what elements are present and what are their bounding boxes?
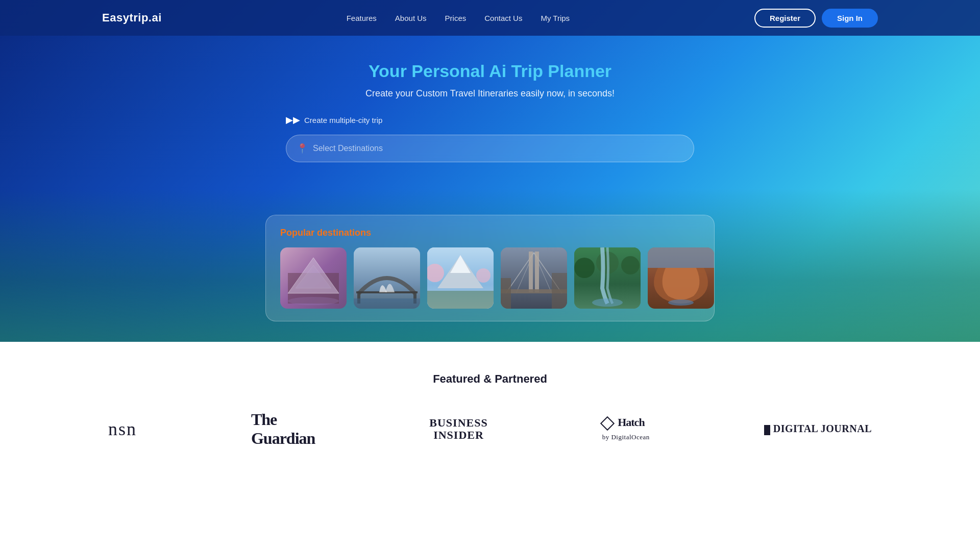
search-placeholder: Select Destinations: [313, 144, 383, 153]
paris-image: [280, 247, 347, 309]
logo-digital-journal: DIGITAL JOURNAL: [764, 423, 872, 435]
hero-subtitle: Create your Custom Travel Itineraries ea…: [365, 88, 615, 99]
multiple-city-row: ▶▶ Create multiple-city trip: [286, 114, 382, 126]
nav-prices[interactable]: Prices: [445, 14, 467, 22]
destination-waterfall[interactable]: [574, 247, 641, 309]
svg-rect-32: [648, 247, 714, 268]
hero-section: Your Personal Ai Trip Planner Create you…: [0, 0, 980, 342]
nav-contact[interactable]: Contact Us: [484, 14, 522, 22]
svg-rect-21: [529, 252, 533, 292]
svg-point-27: [574, 258, 595, 278]
featured-title: Featured & Partnered: [51, 372, 929, 386]
search-container: 📍 Select Destinations: [286, 135, 694, 162]
destination-paris[interactable]: [280, 247, 347, 309]
svg-point-28: [621, 256, 640, 274]
svg-rect-22: [535, 252, 539, 292]
waterfall-image: [574, 247, 641, 309]
site-logo[interactable]: Easytrip.ai: [102, 11, 162, 24]
svg-point-30: [592, 298, 623, 307]
destinations-grid: [280, 247, 700, 309]
signin-button[interactable]: Sign In: [822, 9, 878, 28]
destination-newyork[interactable]: [501, 247, 567, 309]
navbar: Easytrip.ai Features About Us Prices Con…: [0, 0, 980, 36]
featured-section: Featured & Partnered nsn TheGuardian BUS…: [0, 342, 980, 479]
logo-business-insider: BUSINESSINSIDER: [429, 417, 487, 441]
pin-icon: 📍: [297, 143, 308, 154]
svg-point-14: [476, 268, 491, 283]
svg-rect-24: [501, 278, 511, 309]
newyork-image: [501, 247, 567, 309]
hero-title: Your Personal Ai Trip Planner: [369, 61, 611, 81]
canyon-image: [648, 247, 714, 309]
nav-links: Features About Us Prices Contact Us My T…: [347, 14, 570, 22]
featured-logos: nsn TheGuardian BUSINESSINSIDER Hatch by…: [51, 410, 929, 448]
destination-search-bar[interactable]: 📍 Select Destinations: [286, 135, 694, 162]
destination-canyon[interactable]: [648, 247, 714, 309]
destination-sydney[interactable]: [354, 247, 420, 309]
svg-rect-9: [354, 298, 420, 309]
register-button[interactable]: Register: [754, 9, 816, 28]
svg-rect-25: [552, 273, 567, 309]
multiple-city-label[interactable]: Create multiple-city trip: [304, 116, 382, 124]
nav-about[interactable]: About Us: [395, 14, 427, 22]
logo-hatch: Hatch by DigitalOcean: [602, 416, 650, 442]
logo-guardian: TheGuardian: [251, 410, 315, 448]
multiple-city-icon: ▶▶: [286, 114, 300, 126]
hatch-diamond-icon: [600, 416, 615, 431]
logo-nsn: nsn: [108, 418, 137, 440]
nav-features[interactable]: Features: [347, 14, 377, 22]
svg-point-4: [288, 297, 339, 305]
japan-image: [427, 247, 494, 309]
nav-mytrips[interactable]: My Trips: [541, 14, 570, 22]
svg-point-33: [668, 299, 694, 306]
sydney-image: [354, 247, 420, 309]
nav-buttons: Register Sign In: [754, 9, 878, 28]
destination-japan[interactable]: [427, 247, 494, 309]
popular-destinations-title: Popular destinations: [280, 228, 700, 238]
popular-destinations-card: Popular destinations: [265, 215, 715, 321]
svg-rect-15: [427, 291, 494, 309]
